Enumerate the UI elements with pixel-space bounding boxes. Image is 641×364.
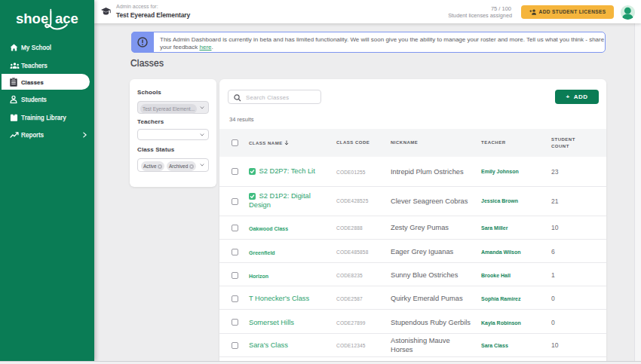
- svg-text:ace: ace: [55, 11, 78, 26]
- svg-text:shoe: shoe: [16, 11, 48, 26]
